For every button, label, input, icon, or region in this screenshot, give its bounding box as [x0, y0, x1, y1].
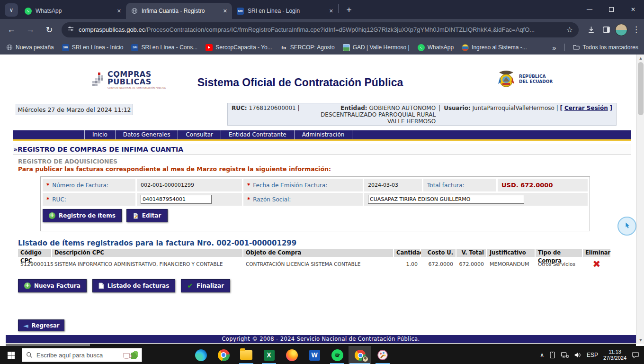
delete-item-button[interactable]: ✖	[583, 258, 610, 270]
back-arrow-icon: ◄	[23, 322, 28, 329]
start-button[interactable]	[0, 346, 22, 364]
razon-social-input-cell	[364, 193, 588, 206]
screen: { "browser": { "tabs": [ { "title": "Wha…	[0, 0, 644, 364]
language-indicator[interactable]: ESP	[587, 352, 598, 358]
numero-factura-value: 002-001-000001299	[137, 179, 242, 191]
col-v-total: V. Total	[456, 249, 486, 257]
browser-toolbar: ← → ↻ compraspublicas.gob.ec/ProcesoCont…	[0, 19, 644, 40]
numero-factura-label: Número de Factura:	[52, 182, 108, 189]
listado-facturas-button[interactable]: Listado de facturas	[92, 279, 176, 292]
window-controls: — ✕	[579, 0, 644, 19]
spotify-icon	[331, 349, 343, 361]
folder-icon	[573, 44, 580, 51]
registro-items-button[interactable]: + Registro de ítems	[43, 209, 122, 222]
bookmark-label: Ingreso al Sistema -...	[472, 44, 527, 51]
nav-item-administracion[interactable]: Administración	[295, 130, 353, 139]
tray-chevron-icon[interactable]: ∧	[540, 352, 544, 358]
finalizar-button[interactable]: ✔ Finalizar	[181, 279, 230, 292]
volume-icon[interactable]	[574, 352, 581, 358]
clock-time: 11:13	[603, 349, 626, 355]
phone-icon[interactable]	[549, 351, 555, 359]
tab-close-button[interactable]: ✕	[117, 8, 121, 14]
whatsapp-icon	[418, 44, 425, 51]
url-text[interactable]: compraspublicas.gob.ec/ProcesoContrataci…	[79, 26, 562, 33]
bookmark-gad-valle-hermoso[interactable]: GAD | Valle Hermoso |	[343, 44, 410, 51]
bookmark-sri-inicio[interactable]: SRI SRI en Línea - Inicio	[62, 44, 124, 51]
nav-item-consultar[interactable]: Consultar	[178, 130, 221, 139]
taskbar-app-spotify[interactable]	[326, 346, 349, 364]
main-nav: Inicio Datos Generales Consultar Entidad…	[13, 130, 631, 139]
nav-item-entidad-contratante[interactable]: Entidad Contratante	[221, 130, 295, 139]
network-icon[interactable]	[561, 352, 569, 358]
razon-social-input[interactable]	[368, 195, 524, 204]
minimize-button[interactable]: —	[579, 0, 600, 19]
bookmark-label: SERCOP: Agosto	[290, 44, 335, 51]
bookmark-label: WhatsApp	[428, 44, 454, 51]
regresar-button[interactable]: ◄ Regresar	[18, 319, 64, 331]
back-button[interactable]: ←	[4, 22, 19, 37]
taskbar-app-firefox[interactable]	[280, 346, 303, 364]
notification-center-icon[interactable]	[632, 351, 639, 359]
bookmark-sri-consultas[interactable]: SRI SRI en Línea - Cons...	[131, 44, 197, 51]
reload-button[interactable]: ↻	[42, 22, 57, 37]
vertical-scrollbar-thumb[interactable]	[638, 62, 644, 115]
taskbar-app-file-explorer[interactable]	[235, 346, 258, 364]
address-bar[interactable]: compraspublicas.gob.ec/ProcesoContrataci…	[62, 22, 579, 37]
vertical-scrollbar[interactable]: ▲ ▼	[636, 55, 644, 344]
taskbar-clock[interactable]: 11:13 27/3/2024	[603, 349, 626, 361]
tab-whatsapp[interactable]: WhatsApp ✕	[20, 3, 126, 19]
browser-menu-button[interactable]: ⋮	[629, 25, 644, 35]
bookmark-sercop-agosto[interactable]: fn SERCOP: Agosto	[280, 44, 335, 51]
all-bookmarks-button[interactable]: Todos los marcadores	[573, 44, 638, 51]
bookmark-whatsapp[interactable]: WhatsApp	[418, 44, 454, 51]
ruc-input[interactable]	[141, 195, 212, 204]
scroll-up-button[interactable]: ▲	[637, 55, 644, 62]
tab-search-button[interactable]: ∨	[5, 3, 18, 17]
taskbar-search[interactable]	[22, 348, 142, 362]
taskbar-app-excel[interactable]: X	[258, 346, 280, 364]
taskbar-app-word[interactable]: W	[303, 346, 326, 364]
site-settings-icon[interactable]	[67, 25, 74, 34]
three-dots-icon: ⋮	[632, 25, 641, 35]
side-panel-button[interactable]	[599, 26, 614, 34]
downloads-button[interactable]	[583, 26, 599, 34]
bookmark-label: GAD | Valle Hermoso |	[353, 44, 410, 51]
close-window-button[interactable]: ✕	[622, 0, 644, 19]
bookmark-star-icon[interactable]: ☆	[566, 25, 573, 34]
whatsapp-icon	[25, 8, 32, 15]
logout-link[interactable]: Cerrar Sesión	[564, 105, 608, 111]
bookmark-ingreso-sistema[interactable]: Ingreso al Sistema -...	[462, 44, 527, 51]
taskbar-app-paint[interactable]	[371, 346, 394, 364]
page-footer: Copyright © 2008 - 2024 Servicio Naciona…	[6, 335, 636, 343]
nueva-factura-button[interactable]: + Nueva Factura	[18, 279, 87, 292]
floating-accessibility-widget[interactable]	[617, 217, 636, 236]
bookmark-sercopcapacita[interactable]: SercopCapacita - Yo...	[206, 44, 272, 51]
tab-sri-login[interactable]: SRI SRI en Línea - Login ✕	[232, 3, 338, 19]
bookmark-nueva-pestana[interactable]: Nueva pestaña	[6, 44, 54, 51]
forward-button[interactable]: →	[23, 22, 38, 37]
maximize-button[interactable]	[600, 0, 622, 19]
profile-avatar[interactable]	[614, 24, 629, 36]
total-factura-cell: Total factura:	[423, 179, 496, 191]
registro-items-label: Registro de ítems	[59, 212, 116, 219]
tab-close-button[interactable]: ✕	[329, 8, 333, 14]
listado-facturas-label: Listado de facturas	[107, 282, 170, 289]
new-tab-button[interactable]: +	[342, 3, 356, 17]
taskbar-app-edge[interactable]	[189, 346, 212, 364]
taskbar-app-chrome-profile[interactable]	[349, 346, 371, 364]
system-tray: ∧ ESP 11:13 27/3/2024	[540, 346, 644, 364]
scroll-down-button[interactable]: ▼	[637, 337, 644, 344]
taskbar-app-chrome[interactable]	[212, 346, 235, 364]
plus-icon: +	[49, 212, 55, 219]
tab-close-button[interactable]: ✕	[223, 8, 227, 14]
fn-icon: fn	[280, 44, 287, 51]
nav-item-datos-generales[interactable]: Datos Generales	[116, 130, 179, 139]
coffee-icon	[123, 353, 130, 359]
bookmarks-overflow-button[interactable]: »	[552, 44, 556, 52]
edit-icon	[133, 213, 139, 219]
nav-item-inicio[interactable]: Inicio	[84, 130, 116, 139]
tab-infima-cuantia[interactable]: Infima Cuantía - Registro ✕	[126, 3, 232, 19]
editar-button[interactable]: Editar	[126, 209, 168, 222]
taskbar-search-input[interactable]	[36, 352, 103, 359]
total-factura-label: Total factura:	[427, 182, 465, 189]
